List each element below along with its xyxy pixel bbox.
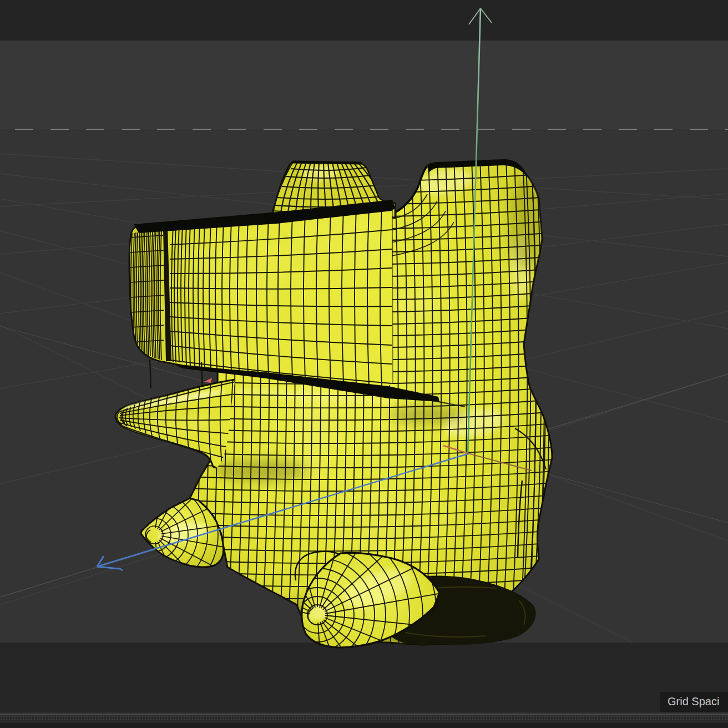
svg-text:Grid Spaci: Grid Spaci <box>668 695 719 707</box>
